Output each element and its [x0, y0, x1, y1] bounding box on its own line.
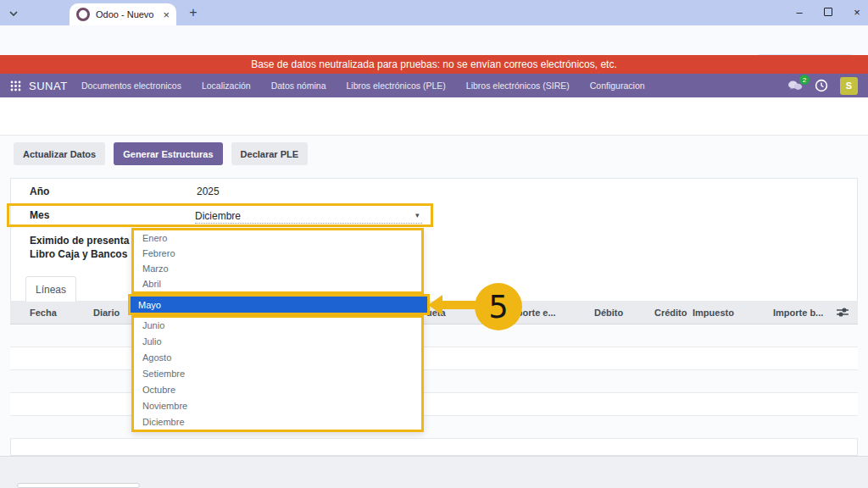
col-fecha[interactable]: Fecha — [30, 308, 57, 318]
activities-button[interactable] — [815, 79, 828, 92]
menu-datos-nomina[interactable]: Datos nómina — [271, 80, 326, 91]
control-panel: Nuevo Libro Diario Nuevo ⚙ ☁ ↺ — [0, 97, 868, 136]
new-tab-button[interactable]: + — [185, 4, 202, 21]
banner-text: Base de datos neutralizada para pruebas:… — [251, 58, 617, 70]
horizontal-scrollbar[interactable] — [17, 483, 140, 488]
col-impuesto[interactable]: Impuesto — [693, 308, 734, 318]
col-importe-b[interactable]: Importe b... — [773, 308, 823, 318]
annotation-step-badge: 5 — [475, 283, 522, 330]
month-option-diciembre[interactable]: Diciembre — [134, 413, 421, 430]
month-option-marzo[interactable]: Marzo — [134, 261, 421, 276]
clock-icon — [815, 79, 828, 92]
odoo-favicon-icon — [76, 8, 90, 21]
month-option-noviembre[interactable]: Noviembre — [134, 397, 421, 413]
optional-columns-icon[interactable] — [837, 307, 849, 318]
brand-sunat[interactable]: SUNAT — [29, 80, 68, 92]
navbar-menu: Documentos electronicos Localización Dat… — [81, 80, 645, 91]
month-option-enero[interactable]: Enero — [134, 230, 421, 246]
messages-count-badge: 2 — [799, 75, 810, 85]
restore-icon — [824, 8, 832, 16]
menu-localizacion[interactable]: Localización — [202, 80, 251, 91]
month-option-octubre[interactable]: Octubre — [134, 381, 421, 397]
month-option-abril[interactable]: Abril — [134, 276, 421, 291]
exempt-label-line2: Libro Caja y Bancos — [30, 248, 127, 260]
menu-documentos-electronicos[interactable]: Documentos electronicos — [81, 80, 181, 91]
tab-title: Odoo - Nuevo — [96, 9, 163, 19]
messages-button[interactable]: 2 — [787, 80, 803, 92]
tab-close-icon[interactable]: × — [163, 8, 170, 21]
window-close-button[interactable]: × — [844, 0, 868, 24]
col-debito[interactable]: Débito — [594, 308, 623, 318]
menu-libros-ple[interactable]: Libros electrónicos (PLE) — [346, 80, 445, 91]
screen: Odoo - Nuevo × + – × ← → ↻ democontable1… — [0, 0, 868, 488]
browser-toolbar: ← → ↻ democontable17.solse.pe/web#cids=1… — [0, 25, 868, 55]
month-dropdown-bottom: Junio Julio Agosto Setiembre Octubre Nov… — [131, 315, 424, 432]
month-option-julio[interactable]: Julio — [134, 334, 421, 350]
month-field-highlight — [7, 203, 433, 227]
exempt-label-line1: Eximido de presenta — [30, 235, 129, 247]
apps-grid-icon[interactable] — [8, 79, 22, 92]
month-option-setiembre[interactable]: Setiembre — [134, 366, 421, 382]
menu-configuracion[interactable]: Configuracion — [590, 80, 645, 91]
col-credito[interactable]: Crédito — [654, 308, 687, 318]
user-avatar[interactable]: S — [840, 77, 858, 95]
menu-libros-sire[interactable]: Libros electrónicos (SIRE) — [466, 80, 570, 91]
browser-tabstrip: Odoo - Nuevo × + – × — [0, 0, 868, 25]
neutralized-db-banner: Base de datos neutralizada para pruebas:… — [0, 55, 868, 74]
window-restore-button[interactable] — [815, 0, 841, 24]
col-diario[interactable]: Diario — [93, 308, 120, 318]
tab-lineas[interactable]: Líneas — [25, 276, 76, 302]
month-option-mayo-selected[interactable]: Mayo — [128, 294, 430, 315]
annotation-arrow-icon — [428, 293, 476, 317]
tab-search-button[interactable] — [5, 5, 21, 21]
month-option-junio[interactable]: Junio — [134, 318, 421, 334]
browser-tab[interactable]: Odoo - Nuevo × — [70, 3, 176, 25]
chevron-down-icon — [9, 11, 18, 16]
action-buttons: Actualizar Datos Generar Estructuras Dec… — [14, 142, 308, 165]
step-number: 5 — [488, 289, 509, 325]
month-option-febrero[interactable]: Febrero — [134, 246, 421, 261]
actualizar-datos-button[interactable]: Actualizar Datos — [14, 142, 105, 165]
generar-estructuras-button[interactable]: Generar Estructuras — [114, 142, 222, 165]
window-minimize-button[interactable]: – — [787, 0, 812, 24]
month-option-agosto[interactable]: Agosto — [134, 350, 421, 366]
year-value[interactable]: 2025 — [197, 186, 220, 197]
declarar-ple-button[interactable]: Declarar PLE — [231, 142, 308, 165]
app-navbar: SUNAT Documentos electronicos Localizaci… — [0, 74, 868, 97]
year-label: Año — [30, 186, 49, 197]
month-dropdown-top: Enero Febrero Marzo Abril — [131, 228, 424, 294]
